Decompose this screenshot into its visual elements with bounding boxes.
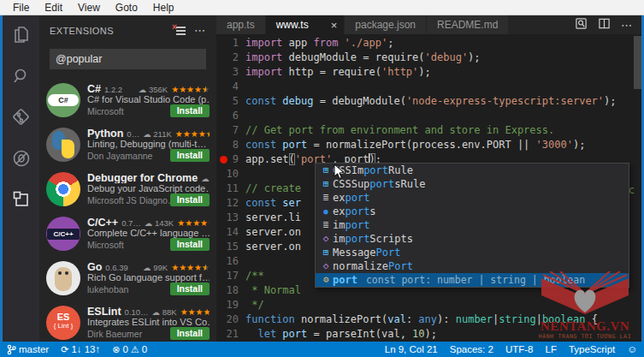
line-number[interactable]: 13 <box>216 211 245 225</box>
extension-item-debugger-for-chrome[interactable]: Debugger for Chrome☁ 148Debug your JavaS… <box>39 167 216 211</box>
wrench-icon: ⚙ <box>319 273 333 287</box>
suggest-item-normalizePort[interactable]: ◇normalizePort <box>316 259 629 273</box>
download-count: ☁ 99K <box>143 263 168 272</box>
rating-stars: ★★★★★ <box>171 264 210 272</box>
suggest-item-MessagePort[interactable]: ⊞MessagePort <box>316 246 629 259</box>
method-icon: ◇ <box>319 232 333 246</box>
suggest-item-exports[interactable]: ●exports <box>316 205 629 218</box>
activity-bar <box>3 15 39 342</box>
extension-item-eslint[interactable]: ES{ Lint }ESLint0.10…☁ 88K★★★★★Integrate… <box>39 300 216 342</box>
open-preview-icon[interactable] <box>575 17 588 33</box>
install-button[interactable]: Install <box>170 327 210 340</box>
code-editor[interactable]: 1import app from './app';2import debugMo… <box>216 34 641 342</box>
line-number[interactable]: 17 <box>216 269 245 283</box>
extension-item-c-[interactable]: C#C#1.2.2☁ 356K★★★★★C# for Visual Studio… <box>39 78 216 122</box>
install-button[interactable]: Install <box>170 104 210 117</box>
editor-more-actions-icon[interactable]: ⋯ <box>621 19 633 32</box>
explorer-icon[interactable] <box>10 24 32 46</box>
line-number[interactable]: 1 <box>216 36 245 51</box>
extension-version: 0.7… <box>121 218 141 228</box>
csharp-logo-icon: C# <box>46 83 80 117</box>
menu-view[interactable]: View <box>70 2 108 14</box>
class-icon: ⊞ <box>319 246 333 259</box>
line-number[interactable]: 19 <box>216 298 245 312</box>
extension-name: ESLint <box>87 306 121 317</box>
suggest-item-CSSImportRule[interactable]: ⊞CSSImportRule <box>316 164 629 177</box>
editor-scrollbar[interactable] <box>634 34 641 342</box>
git-branch-indicator[interactable]: master <box>7 344 49 355</box>
line-number[interactable]: 8 <box>216 138 245 152</box>
download-count: ☁ 356K <box>139 85 168 94</box>
module-icon: ≣ <box>319 191 333 205</box>
tab-www.ts[interactable]: www.ts× <box>266 15 345 34</box>
extension-description: Debug your JavaScript code… <box>87 183 210 193</box>
install-button[interactable]: Install <box>170 283 210 295</box>
source-control-icon[interactable] <box>10 106 32 128</box>
line-number[interactable]: 3 <box>216 65 245 80</box>
vscode-window: FileEditViewGotoHelp EXTENSIONS <box>0 0 644 357</box>
encoding[interactable]: UTF-8 <box>505 344 534 354</box>
tab-app.ts[interactable]: app.ts <box>216 15 265 34</box>
line-number[interactable]: 4 <box>216 80 245 94</box>
suggest-item-export[interactable]: ≣export <box>316 191 629 205</box>
menu-edit[interactable]: Edit <box>37 2 70 14</box>
indentation[interactable]: Spaces: 2 <box>450 344 493 354</box>
download-count: ☁ 143K <box>145 218 174 228</box>
extension-item-python[interactable]: Python0…☁ 211K★★★★★Linting, Debugging (m… <box>39 122 216 167</box>
suggest-item-CSSSupportsRule[interactable]: ⊞CSSSupportsRule <box>316 177 629 191</box>
sync-icon: ⟳ <box>61 344 68 355</box>
line-number[interactable]: 14 <box>216 225 245 240</box>
extensions-search-input[interactable] <box>50 49 206 69</box>
code-line-3: 3import http = require('http'); <box>216 65 641 80</box>
search-icon[interactable] <box>10 65 32 87</box>
extension-description: Complete C/C++ language … <box>87 228 210 238</box>
line-number[interactable]: 5 <box>216 94 245 109</box>
extension-name: Python <box>87 128 123 139</box>
line-number[interactable]: 12 <box>216 196 245 211</box>
line-number[interactable]: 9 <box>216 152 245 167</box>
tab-README.md[interactable]: README.md <box>427 15 508 34</box>
clear-filter-icon[interactable]: × <box>174 26 186 36</box>
cursor-position[interactable]: Ln 9, Col 21 <box>385 344 438 354</box>
suggest-item-import[interactable]: ≣import <box>316 218 629 232</box>
tab-package.json[interactable]: package.json <box>345 15 426 34</box>
extension-item-go[interactable]: Go0.6.39☁ 99K★★★★★Rich Go language suppo… <box>39 256 216 300</box>
feedback-smiley-icon[interactable]: ☺ <box>627 344 637 354</box>
code-line-1: 1import app from './app'; <box>216 36 641 51</box>
extensions-icon[interactable] <box>10 188 32 211</box>
eol[interactable]: LF <box>546 344 557 354</box>
line-number[interactable]: 7 <box>216 123 245 138</box>
sync-indicator[interactable]: ⟳ 1↓ 13↑ <box>61 344 100 355</box>
line-number[interactable]: 10 <box>216 167 245 181</box>
line-number[interactable]: 2 <box>216 51 245 65</box>
menu-goto[interactable]: Goto <box>108 2 145 14</box>
install-button[interactable]: Install <box>170 193 210 206</box>
rating-stars: ★★★★★ <box>175 130 210 139</box>
line-number[interactable]: 20 <box>216 312 245 327</box>
split-editor-icon[interactable] <box>598 17 611 33</box>
install-button[interactable]: Install <box>170 238 210 251</box>
suggest-item-importScripts[interactable]: ◇importScripts <box>316 232 629 246</box>
install-button[interactable]: Install <box>170 149 210 162</box>
breakpoint-icon[interactable] <box>220 156 227 164</box>
extension-description: Rich Go language support f… <box>87 272 210 283</box>
line-number[interactable]: 15 <box>216 240 245 254</box>
line-number[interactable]: 16 <box>216 254 245 269</box>
line-number[interactable]: 11 <box>216 181 245 196</box>
line-number[interactable]: 21 <box>216 327 245 342</box>
extension-item-c-c-[interactable]: C/C++C/C++0.7…☁ 143K★★★★★Complete C/C++ … <box>39 211 216 256</box>
line-number[interactable]: 18 <box>216 283 245 298</box>
code-line-4: 4 <box>216 80 641 94</box>
close-icon[interactable]: × <box>331 20 338 31</box>
menu-file[interactable]: File <box>5 2 37 14</box>
sidebar-more-actions-icon[interactable]: ⋯ <box>194 24 206 37</box>
language-mode[interactable]: TypeScript <box>569 344 615 354</box>
line-number[interactable]: 6 <box>216 109 245 123</box>
menu-help[interactable]: Help <box>145 2 182 14</box>
suggest-item-port[interactable]: ⚙portconst port: number | string | boole… <box>316 273 629 287</box>
extension-name: C# <box>87 83 101 94</box>
extension-description: C# for Visual Studio Code (p… <box>87 94 210 104</box>
debug-icon[interactable] <box>10 147 32 170</box>
branch-icon <box>7 344 16 355</box>
problems-indicator[interactable]: ⊗ 0 ⚠ 0 <box>112 344 147 355</box>
